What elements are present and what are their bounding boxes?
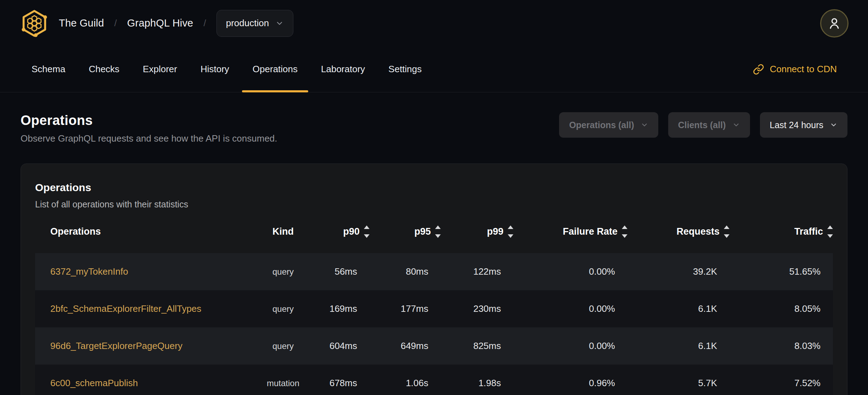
tab-explorer[interactable]: Explorer (143, 46, 177, 92)
cell-value-p90: 604ms (329, 340, 357, 351)
table-row: 6372_myTokenInfoquery56ms80ms122ms0.00%3… (35, 253, 833, 290)
cell-p99: 230ms (441, 303, 513, 314)
operations-table: OperationsKindp90p95p99Failure RateReque… (35, 220, 833, 395)
page-subtitle: Observe GraphQL requests and see how the… (21, 133, 277, 144)
column-header-p99[interactable]: p99 (441, 225, 513, 238)
tab-history[interactable]: History (201, 46, 229, 92)
sort-asc-icon (364, 225, 370, 229)
cell-name: 6c00_schemaPublish (35, 378, 255, 389)
sort-desc-icon (508, 234, 513, 238)
cell-value-requests: 39.2K (693, 266, 717, 277)
tab-schema[interactable]: Schema (32, 46, 65, 92)
app-root: The Guild / GraphQL Hive / production Sc… (0, 0, 868, 395)
clients-filter-dropdown[interactable]: Clients (all) (668, 112, 750, 138)
period-filter-dropdown[interactable]: Last 24 hours (760, 112, 848, 138)
card-subtitle: List of all operations with their statis… (35, 199, 833, 210)
breadcrumb-separator: / (114, 18, 117, 29)
sort-icon[interactable] (622, 225, 627, 238)
cell-p95: 649ms (370, 340, 441, 351)
tab-settings[interactable]: Settings (388, 46, 422, 92)
column-label: Failure Rate (563, 226, 618, 237)
sort-icon[interactable] (364, 225, 370, 238)
cell-traffic: 8.05% (729, 303, 833, 314)
cell-value-failure_rate: 0.00% (589, 303, 615, 314)
operations-filter-dropdown[interactable]: Operations (all) (559, 112, 658, 138)
operations-card: Operations List of all operations with t… (21, 164, 847, 395)
sort-icon[interactable] (508, 225, 513, 238)
cell-value-requests: 6.1K (698, 340, 717, 351)
breadcrumb: The Guild / GraphQL Hive / production (20, 9, 293, 38)
sort-icon[interactable] (435, 225, 441, 238)
cell-value-p99: 122ms (473, 266, 501, 277)
chevron-down-icon (830, 121, 838, 129)
hive-logo-icon[interactable] (20, 9, 49, 38)
column-header-requests[interactable]: Requests (627, 225, 729, 238)
cell-failure_rate: 0.00% (513, 303, 627, 314)
user-avatar[interactable] (820, 9, 849, 38)
sort-desc-icon (364, 234, 370, 238)
cell-value-kind: query (272, 304, 294, 314)
cell-name: 2bfc_SchemaExplorerFilter_AllTypes (35, 303, 255, 314)
sort-icon[interactable] (724, 225, 729, 238)
cell-failure_rate: 0.96% (513, 378, 627, 389)
cell-value-p99: 1.98s (478, 378, 501, 388)
tab-checks[interactable]: Checks (89, 46, 119, 92)
column-label: p95 (414, 226, 431, 237)
cell-traffic: 7.52% (729, 378, 833, 389)
tab-laboratory[interactable]: Laboratory (321, 46, 365, 92)
column-label: Traffic (794, 226, 823, 237)
target-selector-value: production (226, 18, 269, 29)
sort-desc-icon (724, 234, 729, 238)
cell-value-traffic: 8.05% (794, 303, 821, 314)
sort-asc-icon (508, 225, 513, 229)
column-header-p95[interactable]: p95 (370, 225, 441, 238)
column-header-kind: Kind (255, 226, 311, 237)
cell-traffic: 8.03% (729, 340, 833, 351)
operation-link[interactable]: 6372_myTokenInfo (50, 266, 128, 277)
sort-desc-icon (827, 234, 833, 238)
cell-kind: mutation (255, 378, 311, 388)
cell-value-p90: 56ms (334, 266, 357, 277)
cell-name: 6372_myTokenInfo (35, 266, 255, 277)
cell-name: 96d6_TargetExplorerPageQuery (35, 340, 255, 351)
cell-value-traffic: 8.03% (794, 340, 821, 351)
top-header: The Guild / GraphQL Hive / production (0, 0, 868, 46)
sort-desc-icon (622, 234, 627, 238)
cell-p99: 825ms (441, 340, 513, 351)
connect-cdn-label: Connect to CDN (770, 64, 837, 75)
operation-link[interactable]: 96d6_TargetExplorerPageQuery (50, 340, 182, 351)
connect-cdn-link[interactable]: Connect to CDN (753, 64, 837, 75)
cell-p95: 177ms (370, 303, 441, 314)
cell-value-p95: 1.06s (406, 378, 428, 388)
cell-value-kind: query (272, 341, 294, 351)
column-label: p90 (343, 226, 360, 237)
cell-value-failure_rate: 0.00% (589, 340, 615, 351)
cell-kind: query (255, 267, 311, 277)
cell-requests: 5.7K (627, 378, 729, 389)
cell-value-traffic: 7.52% (794, 378, 821, 388)
table-header-row: OperationsKindp90p95p99Failure RateReque… (35, 220, 833, 243)
tab-operations[interactable]: Operations (253, 46, 298, 92)
target-selector[interactable]: production (216, 10, 293, 37)
breadcrumb-org[interactable]: The Guild (59, 17, 104, 29)
sort-desc-icon (435, 234, 441, 238)
operation-link[interactable]: 2bfc_SchemaExplorerFilter_AllTypes (50, 303, 201, 314)
sort-asc-icon (622, 225, 627, 229)
breadcrumb-project[interactable]: GraphQL Hive (127, 17, 193, 29)
page-title: Operations (21, 112, 277, 128)
period-filter-label: Last 24 hours (770, 120, 824, 130)
operation-link[interactable]: 6c00_schemaPublish (50, 378, 138, 388)
cell-value-failure_rate: 0.96% (589, 378, 615, 388)
column-header-p90[interactable]: p90 (311, 225, 370, 238)
column-header-failure_rate[interactable]: Failure Rate (513, 225, 627, 238)
cell-p90: 169ms (311, 303, 370, 314)
sort-icon[interactable] (827, 225, 833, 238)
cell-p95: 80ms (370, 266, 441, 277)
column-header-traffic[interactable]: Traffic (729, 225, 833, 238)
user-icon (827, 16, 842, 31)
cell-failure_rate: 0.00% (513, 266, 627, 277)
cell-failure_rate: 0.00% (513, 340, 627, 351)
cell-value-requests: 5.7K (698, 378, 717, 388)
cell-value-p95: 177ms (401, 303, 428, 314)
column-label: Kind (272, 226, 294, 237)
